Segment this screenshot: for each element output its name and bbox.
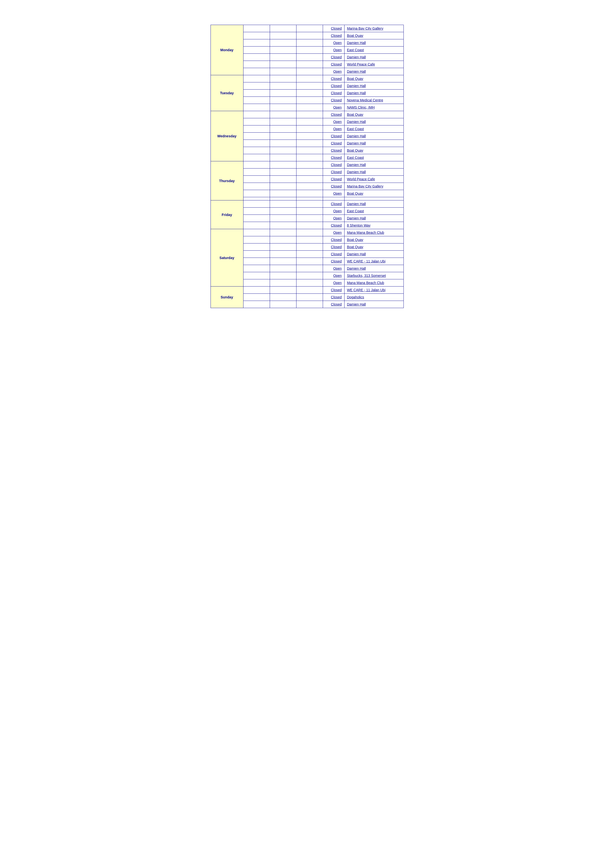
location-link[interactable]: Damien Hall bbox=[347, 134, 366, 138]
location-link[interactable]: Mana Mana Beach Club bbox=[347, 231, 384, 234]
status-link[interactable]: Closed bbox=[331, 55, 342, 59]
status-link[interactable]: Closed bbox=[331, 163, 342, 167]
status-link[interactable]: Closed bbox=[331, 245, 342, 249]
status-link[interactable]: Open bbox=[333, 105, 342, 109]
location-link[interactable]: Novena Medical Centre bbox=[347, 98, 383, 102]
status-link[interactable]: Closed bbox=[331, 149, 342, 152]
col-a bbox=[243, 126, 270, 133]
status-link[interactable]: Closed bbox=[331, 177, 342, 181]
col-a bbox=[243, 258, 270, 265]
status-link[interactable]: Closed bbox=[331, 170, 342, 174]
status-link[interactable]: Open bbox=[333, 209, 342, 213]
status-link[interactable]: Closed bbox=[331, 302, 342, 306]
location-cell: Novena Medical Centre bbox=[344, 97, 404, 104]
status-link[interactable]: Closed bbox=[331, 156, 342, 160]
col-a bbox=[243, 161, 270, 169]
col-c bbox=[296, 133, 323, 140]
location-link[interactable]: Damien Hall bbox=[347, 267, 366, 270]
location-link[interactable]: Dogaholics bbox=[347, 295, 364, 299]
location-link[interactable]: Marina Bay City Gallery bbox=[347, 26, 383, 31]
status-link[interactable]: Closed bbox=[331, 184, 342, 188]
location-link[interactable]: Damien Hall bbox=[347, 91, 366, 95]
location-link[interactable]: East Coast bbox=[347, 156, 364, 160]
status-link[interactable]: Closed bbox=[331, 202, 342, 206]
location-cell: Starbucks, 313 Somerset bbox=[344, 272, 404, 279]
location-link[interactable]: Boat Quay bbox=[347, 34, 363, 37]
status-link[interactable]: Open bbox=[333, 231, 342, 234]
col-a bbox=[243, 118, 270, 126]
location-link[interactable]: WE CARE - 11 Jalan Ubi bbox=[347, 259, 385, 263]
col-b bbox=[270, 54, 296, 61]
col-a bbox=[243, 176, 270, 183]
col-b bbox=[270, 46, 296, 54]
location-link[interactable]: Damien Hall bbox=[347, 202, 366, 206]
status-link[interactable]: Open bbox=[333, 274, 342, 277]
location-link[interactable]: Damien Hall bbox=[347, 41, 366, 45]
location-link[interactable]: Damien Hall bbox=[347, 302, 366, 306]
status-link[interactable]: Open bbox=[333, 41, 342, 45]
status-link[interactable]: Open bbox=[333, 267, 342, 270]
location-cell: Damien Hall bbox=[344, 68, 404, 75]
status-link[interactable]: Closed bbox=[331, 26, 342, 31]
status-link[interactable]: Open bbox=[333, 127, 342, 131]
location-link[interactable]: Damien Hall bbox=[347, 55, 366, 59]
col-c bbox=[296, 197, 323, 200]
status-link[interactable]: Closed bbox=[331, 134, 342, 138]
status-link[interactable]: Closed bbox=[331, 84, 342, 88]
status-link[interactable]: Closed bbox=[331, 223, 342, 227]
location-link[interactable]: Mana Mana Beach Club bbox=[347, 281, 384, 285]
location-link[interactable]: WE CARE - 11 Jalan Ubi bbox=[347, 288, 385, 292]
col-a bbox=[243, 287, 270, 294]
location-link[interactable]: Damien Hall bbox=[347, 70, 366, 73]
location-link[interactable]: Damien Hall bbox=[347, 141, 366, 145]
status-cell: Closed bbox=[323, 258, 345, 265]
status-link[interactable]: Closed bbox=[331, 288, 342, 292]
location-link[interactable]: NAMS Clinic, IMH bbox=[347, 105, 375, 109]
location-link[interactable]: East Coast bbox=[347, 48, 364, 52]
status-link[interactable]: Open bbox=[333, 216, 342, 220]
col-a bbox=[243, 25, 270, 32]
location-link[interactable]: World Peace Cafe bbox=[347, 177, 375, 181]
location-link[interactable]: Boat Quay bbox=[347, 149, 363, 152]
status-link[interactable]: Closed bbox=[331, 252, 342, 256]
location-link[interactable]: Damien Hall bbox=[347, 216, 366, 220]
status-link[interactable]: Closed bbox=[331, 34, 342, 37]
location-link[interactable]: Damien Hall bbox=[347, 252, 366, 256]
location-link[interactable]: Damien Hall bbox=[347, 120, 366, 124]
location-cell: Boat Quay bbox=[344, 75, 404, 82]
location-link[interactable]: Marina Bay City Gallery bbox=[347, 184, 383, 188]
col-c bbox=[296, 161, 323, 169]
location-link[interactable]: East Coast bbox=[347, 127, 364, 131]
location-link[interactable]: Starbucks, 313 Somerset bbox=[347, 274, 386, 277]
status-link[interactable]: Closed bbox=[331, 259, 342, 263]
status-cell: Closed bbox=[323, 200, 345, 208]
status-link[interactable]: Open bbox=[333, 48, 342, 52]
col-c bbox=[296, 126, 323, 133]
location-link[interactable]: Boat Quay bbox=[347, 113, 363, 116]
location-link[interactable]: 8 Shenton Way bbox=[347, 223, 370, 227]
location-link[interactable]: Damien Hall bbox=[347, 163, 366, 167]
location-link[interactable]: East Coast bbox=[347, 209, 364, 213]
status-link[interactable]: Closed bbox=[331, 62, 342, 66]
status-link[interactable]: Closed bbox=[331, 238, 342, 242]
status-link[interactable]: Closed bbox=[331, 141, 342, 145]
status-cell: Closed bbox=[323, 75, 345, 82]
location-link[interactable]: Boat Quay bbox=[347, 238, 363, 242]
location-link[interactable]: World Peace Cafe bbox=[347, 62, 375, 66]
location-link[interactable]: Damien Hall bbox=[347, 84, 366, 88]
location-link[interactable]: Boat Quay bbox=[347, 245, 363, 249]
location-link[interactable]: Boat Quay bbox=[347, 192, 363, 195]
status-link[interactable]: Open bbox=[333, 281, 342, 285]
status-link[interactable]: Open bbox=[333, 192, 342, 195]
status-link[interactable]: Closed bbox=[331, 113, 342, 116]
status-link[interactable]: Closed bbox=[331, 91, 342, 95]
status-link[interactable]: Open bbox=[333, 70, 342, 73]
day-label: Monday bbox=[210, 25, 243, 75]
location-link[interactable]: Boat Quay bbox=[347, 77, 363, 81]
status-link[interactable]: Closed bbox=[331, 98, 342, 102]
location-link[interactable]: Damien Hall bbox=[347, 170, 366, 174]
status-link[interactable]: Open bbox=[333, 120, 342, 124]
status-link[interactable]: Closed bbox=[331, 295, 342, 299]
status-link[interactable]: Closed bbox=[331, 77, 342, 81]
col-a bbox=[243, 97, 270, 104]
